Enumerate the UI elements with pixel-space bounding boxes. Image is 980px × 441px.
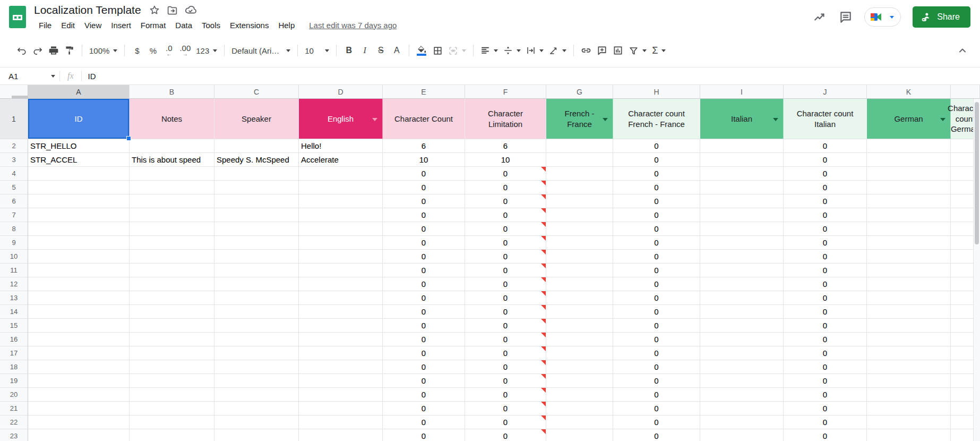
- cell-B3[interactable]: This is about speed: [130, 153, 214, 167]
- formula-input[interactable]: ID: [82, 72, 96, 81]
- cell-G22[interactable]: [546, 415, 613, 429]
- cell-G6[interactable]: [546, 194, 613, 208]
- cell-G5[interactable]: [546, 181, 613, 194]
- cell-C2[interactable]: [214, 139, 299, 153]
- cell-K1[interactable]: German: [867, 99, 951, 139]
- share-button[interactable]: Share: [913, 6, 970, 28]
- cell-C1[interactable]: Speaker: [214, 99, 299, 139]
- cell-C18[interactable]: [214, 360, 299, 374]
- cell-K3[interactable]: [867, 153, 951, 167]
- cell-D15[interactable]: [299, 319, 383, 333]
- menu-insert[interactable]: Insert: [106, 20, 136, 31]
- cell-H13[interactable]: 0: [613, 291, 700, 305]
- cell-G3[interactable]: [546, 153, 613, 167]
- cell-F8[interactable]: 0: [465, 222, 546, 236]
- cell-J17[interactable]: 0: [784, 346, 867, 360]
- column-header-B[interactable]: B: [130, 85, 214, 99]
- cell-J18[interactable]: 0: [784, 360, 867, 374]
- cell-J16[interactable]: 0: [784, 333, 867, 346]
- number-format-button[interactable]: 123: [193, 43, 220, 58]
- cell-H4[interactable]: 0: [613, 167, 700, 181]
- strikethrough-button[interactable]: S: [373, 43, 389, 58]
- cell-A19[interactable]: [28, 374, 130, 388]
- cell-D10[interactable]: [299, 250, 383, 264]
- cell-I11[interactable]: [700, 264, 784, 277]
- cell-D18[interactable]: [299, 360, 383, 374]
- cell-H6[interactable]: 0: [613, 194, 700, 208]
- scrollbar-thumb[interactable]: [975, 102, 979, 244]
- sheets-logo-icon[interactable]: [8, 5, 27, 29]
- document-title[interactable]: Localization Template: [34, 4, 141, 16]
- cell-C22[interactable]: [214, 415, 299, 429]
- cell-F6[interactable]: 0: [465, 194, 546, 208]
- cell-B9[interactable]: [130, 236, 214, 250]
- vertical-align-button[interactable]: [501, 43, 523, 58]
- text-color-button[interactable]: A: [389, 43, 405, 58]
- cell-D13[interactable]: [299, 291, 383, 305]
- cell-H1[interactable]: Character count French - France: [613, 99, 700, 139]
- cell-I6[interactable]: [700, 194, 784, 208]
- cell-F21[interactable]: 0: [465, 402, 546, 415]
- cell-D17[interactable]: [299, 346, 383, 360]
- cell-D9[interactable]: [299, 236, 383, 250]
- merge-cells-button[interactable]: [445, 43, 469, 58]
- cell-I1[interactable]: Italian: [700, 99, 784, 139]
- cell-H19[interactable]: 0: [613, 374, 700, 388]
- horizontal-align-button[interactable]: [478, 43, 501, 58]
- cell-E6[interactable]: 0: [383, 194, 465, 208]
- cell-C20[interactable]: [214, 388, 299, 402]
- cell-B4[interactable]: [130, 167, 214, 181]
- cell-C11[interactable]: [214, 264, 299, 277]
- cell-E1[interactable]: Character Count: [383, 99, 465, 139]
- cell-A2[interactable]: STR_HELLO: [28, 139, 130, 153]
- name-box[interactable]: A1: [0, 72, 59, 81]
- cell-C17[interactable]: [214, 346, 299, 360]
- cell-E16[interactable]: 0: [383, 333, 465, 346]
- cell-K22[interactable]: [867, 415, 951, 429]
- row-number-5[interactable]: 5: [0, 181, 28, 194]
- cell-E9[interactable]: 0: [383, 236, 465, 250]
- cell-G18[interactable]: [546, 360, 613, 374]
- cell-K12[interactable]: [867, 277, 951, 291]
- cell-D12[interactable]: [299, 277, 383, 291]
- cell-K20[interactable]: [867, 388, 951, 402]
- cell-K18[interactable]: [867, 360, 951, 374]
- column-header-K[interactable]: K: [867, 85, 951, 99]
- cell-A14[interactable]: [28, 305, 130, 319]
- font-select[interactable]: Default (Ari…: [229, 43, 293, 58]
- cell-E10[interactable]: 0: [383, 250, 465, 264]
- cell-K13[interactable]: [867, 291, 951, 305]
- borders-button[interactable]: [429, 43, 445, 58]
- cell-F14[interactable]: 0: [465, 305, 546, 319]
- cell-K7[interactable]: [867, 208, 951, 222]
- row-number-3[interactable]: 3: [0, 153, 28, 167]
- cell-E4[interactable]: 0: [383, 167, 465, 181]
- menu-file[interactable]: File: [34, 20, 56, 31]
- cell-A4[interactable]: [28, 167, 130, 181]
- cell-F19[interactable]: 0: [465, 374, 546, 388]
- cell-H7[interactable]: 0: [613, 208, 700, 222]
- cell-F23[interactable]: 0: [465, 429, 546, 441]
- cell-K9[interactable]: [867, 236, 951, 250]
- cell-B7[interactable]: [130, 208, 214, 222]
- cell-K21[interactable]: [867, 402, 951, 415]
- cell-I21[interactable]: [700, 402, 784, 415]
- cell-I22[interactable]: [700, 415, 784, 429]
- dropdown-arrow-icon[interactable]: [372, 118, 377, 121]
- cell-K11[interactable]: [867, 264, 951, 277]
- cell-E12[interactable]: 0: [383, 277, 465, 291]
- zoom-select[interactable]: 100%: [87, 43, 120, 58]
- cell-A18[interactable]: [28, 360, 130, 374]
- format-percent-button[interactable]: %: [145, 43, 161, 58]
- cell-D22[interactable]: [299, 415, 383, 429]
- cell-B2[interactable]: [130, 139, 214, 153]
- cell-F9[interactable]: 0: [465, 236, 546, 250]
- cell-D6[interactable]: [299, 194, 383, 208]
- cell-H17[interactable]: 0: [613, 346, 700, 360]
- cell-D19[interactable]: [299, 374, 383, 388]
- cell-F11[interactable]: 0: [465, 264, 546, 277]
- select-all-corner[interactable]: [0, 85, 28, 99]
- cell-G8[interactable]: [546, 222, 613, 236]
- cell-A10[interactable]: [28, 250, 130, 264]
- cell-H3[interactable]: 0: [613, 153, 700, 167]
